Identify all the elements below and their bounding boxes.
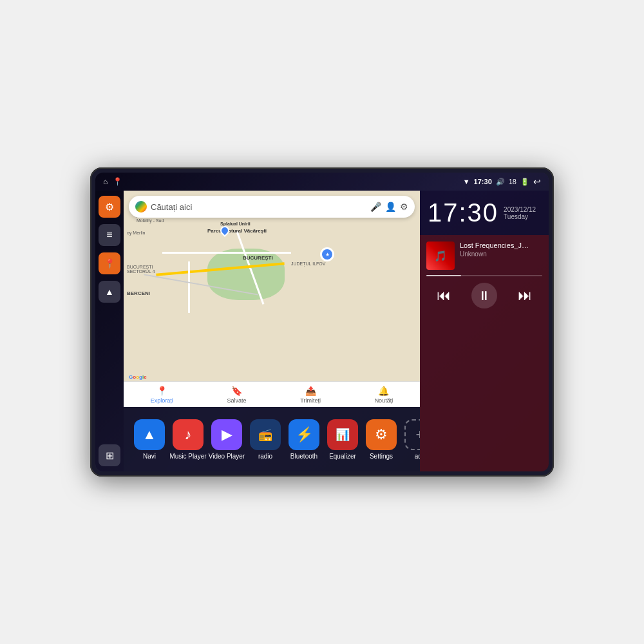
share-label: Trimiteți <box>300 397 321 404</box>
music-info: 🎵 Lost Frequencies_Janie... Unknown <box>426 242 542 270</box>
gear-icon: ⚙ <box>105 201 114 213</box>
device-screen: ⌂ 📍 ▼ 17:30 🔊 18 🔋 ↩ ⚙ ≡ <box>95 173 549 471</box>
mic-icon[interactable]: 🎤 <box>370 202 381 212</box>
back-icon[interactable]: ↩ <box>533 176 541 187</box>
app-add-label: add <box>415 453 420 460</box>
app-video-label: Video Player <box>209 453 245 460</box>
maps-status-icon[interactable]: 📍 <box>113 177 122 186</box>
map-label-buc: BUCUREȘTI <box>243 255 273 261</box>
sidebar-settings-btn[interactable]: ⚙ <box>99 196 120 218</box>
map-search-bar[interactable]: Căutați aici 🎤 👤 ⚙ <box>129 196 415 218</box>
app-navi[interactable]: ▲ Navi <box>130 419 169 460</box>
road-2 <box>162 252 291 254</box>
map-label-parcul: Parcul Natural Văcărești <box>207 228 267 234</box>
sidebar-nav-btn[interactable]: ▲ <box>99 281 120 303</box>
saved-label: Salvate <box>227 397 247 404</box>
device: ⌂ 📍 ▼ 17:30 🔊 18 🔋 ↩ ⚙ ≡ <box>90 167 554 477</box>
map-pin-main <box>218 224 231 237</box>
app-settings-label: Settings <box>370 453 393 460</box>
app-radio[interactable]: 📻 radio <box>246 419 285 460</box>
explore-icon: 📍 <box>156 386 167 396</box>
settings-map-icon[interactable]: ⚙ <box>400 202 408 212</box>
clock-date-section: 2023/12/12 Tuesday <box>504 206 536 220</box>
app-bluetooth-label: Bluetooth <box>290 453 317 460</box>
center-area: Parcul Natural Văcărești AXIS PremiumMob… <box>124 191 420 471</box>
app-equalizer[interactable]: 📊 Equalizer <box>323 419 362 460</box>
navi-icon: ▲ <box>134 419 165 450</box>
app-navi-label: Navi <box>143 453 156 460</box>
app-radio-label: radio <box>258 453 272 460</box>
music-title: Lost Frequencies_Janie... <box>460 242 531 249</box>
map-bottom-bar: 📍 Explorați 🔖 Salvate 📤 Trimiteți <box>124 381 420 407</box>
music-section: 🎵 Lost Frequencies_Janie... Unknown <box>420 235 549 471</box>
prev-icon: ⏮ <box>437 287 451 304</box>
add-app-icon: + <box>404 419 420 450</box>
music-controls: ⏮ ⏸ ⏭ <box>426 283 542 308</box>
map-current-location[interactable]: ★ <box>320 247 334 261</box>
battery-level: 18 <box>509 178 516 185</box>
clock-time: 17:30 <box>428 198 498 227</box>
map-explore-btn[interactable]: 📍 Explorați <box>151 386 173 404</box>
play-pause-button[interactable]: ⏸ <box>471 283 497 308</box>
next-button[interactable]: ⏭ <box>518 287 532 304</box>
sidebar: ⚙ ≡ 📍 ▲ ⊞ <box>95 191 124 471</box>
sidebar-grid-btn[interactable]: ⊞ <box>99 444 120 466</box>
radio-icon: 📻 <box>250 419 281 450</box>
map-saved-btn[interactable]: 🔖 Salvate <box>227 386 247 404</box>
explore-label: Explorați <box>151 397 173 404</box>
news-label: Noutăți <box>375 397 393 404</box>
wifi-icon: ▼ <box>463 178 470 185</box>
status-time: 17:30 <box>474 178 492 185</box>
status-bar: ⌂ 📍 ▼ 17:30 🔊 18 🔋 ↩ <box>95 173 549 191</box>
map-label-sector: BUCUREȘTISECTORUL 4 <box>127 265 155 274</box>
sidebar-maps-btn[interactable]: 📍 <box>99 252 120 274</box>
bluetooth-icon: ⚡ <box>289 419 319 450</box>
album-art: 🎵 <box>426 242 455 270</box>
clock-date: 2023/12/12 <box>504 206 536 213</box>
sidebar-menu-btn[interactable]: ≡ <box>99 224 120 246</box>
album-art-inner: 🎵 <box>426 242 455 270</box>
clock-section: 17:30 2023/12/12 Tuesday <box>420 191 549 235</box>
right-panel: 17:30 2023/12/12 Tuesday 🎵 <box>420 191 549 471</box>
app-video-player[interactable]: ▶ Video Player <box>207 419 246 460</box>
status-left: ⌂ 📍 <box>103 177 122 186</box>
settings-app-icon: ⚙ <box>366 419 397 450</box>
google-logo: Google <box>129 374 147 380</box>
play-icon: ⏸ <box>478 289 491 303</box>
saved-icon: 🔖 <box>231 386 242 396</box>
map-label-ilfov: JUDEȚUL ILFOV <box>291 261 325 266</box>
map-label-berceni: BERCENI <box>127 290 150 296</box>
map-search-text: Căutați aici <box>151 202 366 212</box>
video-player-icon: ▶ <box>211 419 242 450</box>
map-area: Parcul Natural Văcărești AXIS PremiumMob… <box>124 191 420 407</box>
app-grid: ▲ Navi ♪ Music Player ▶ Vid <box>124 407 420 471</box>
app-music-player[interactable]: ♪ Music Player <box>169 419 207 460</box>
music-artist: Unknown <box>460 251 542 258</box>
app-bluetooth[interactable]: ⚡ Bluetooth <box>285 419 323 460</box>
status-right: ▼ 17:30 🔊 18 🔋 ↩ <box>463 176 541 187</box>
map-pin-icon: 📍 <box>104 258 115 269</box>
map-share-btn[interactable]: 📤 Trimiteți <box>300 386 321 404</box>
music-progress-bar[interactable] <box>426 275 542 276</box>
map-container[interactable]: Parcul Natural Văcărești AXIS PremiumMob… <box>124 191 420 407</box>
profile-icon[interactable]: 👤 <box>385 202 396 212</box>
home-icon[interactable]: ⌂ <box>103 177 108 186</box>
star-label: ★ <box>325 252 330 258</box>
main-content: ⚙ ≡ 📍 ▲ ⊞ <box>95 191 549 471</box>
app-equalizer-label: Equalizer <box>329 453 356 460</box>
app-settings[interactable]: ⚙ Settings <box>362 419 401 460</box>
music-text: Lost Frequencies_Janie... Unknown <box>460 242 542 258</box>
app-add[interactable]: + add <box>401 419 420 460</box>
next-icon: ⏭ <box>518 287 532 304</box>
battery-icon: 🔋 <box>520 178 529 186</box>
map-label-merlin: oy Merlin <box>127 231 145 235</box>
google-maps-logo <box>135 201 147 213</box>
grid-icon: ⊞ <box>106 450 114 462</box>
news-icon: 🔔 <box>378 386 389 396</box>
navigation-icon: ▲ <box>105 287 114 297</box>
map-news-btn[interactable]: 🔔 Noutăți <box>375 386 393 404</box>
prev-button[interactable]: ⏮ <box>437 287 451 304</box>
music-player-icon: ♪ <box>173 419 204 450</box>
app-music-label: Music Player <box>169 453 206 460</box>
volume-icon: 🔊 <box>496 178 505 186</box>
